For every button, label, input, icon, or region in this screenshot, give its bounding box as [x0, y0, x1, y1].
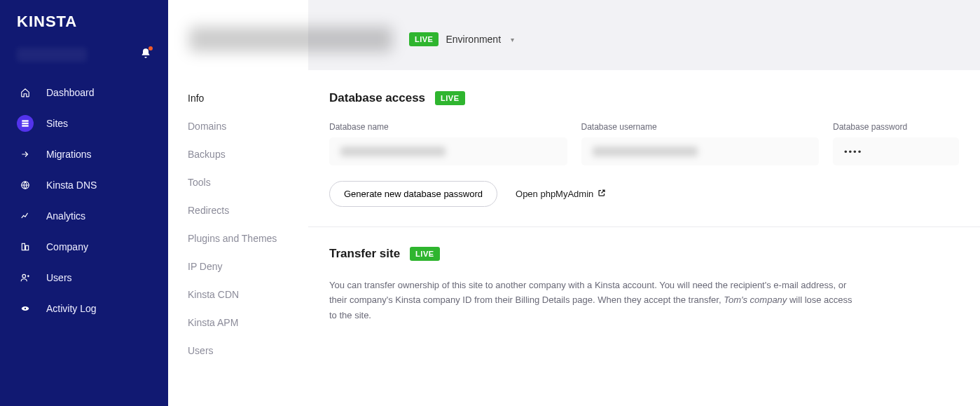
- notifications-icon[interactable]: [140, 48, 151, 62]
- environment-label: Environment: [446, 34, 501, 45]
- nav-sites[interactable]: Sites: [0, 108, 168, 139]
- nav-label: Analytics: [46, 210, 85, 222]
- nav-users[interactable]: Users: [0, 262, 168, 293]
- db-name-value[interactable]: [329, 137, 567, 165]
- db-name-label: Database name: [329, 122, 567, 132]
- main-nav: Dashboard Sites Migrations Kinsta DNS An…: [0, 77, 168, 324]
- db-section-head: Database access LIVE: [329, 91, 959, 105]
- svg-rect-2: [22, 125, 28, 126]
- external-link-icon: [598, 189, 606, 199]
- db-row: Database name Database username Database…: [329, 122, 959, 165]
- site-title-placeholder: [189, 27, 392, 52]
- subnav-users[interactable]: Users: [168, 337, 308, 365]
- nav-label: Users: [46, 272, 72, 283]
- site-subnav: Info Domains Backups Tools Redirects Plu…: [168, 84, 308, 365]
- svg-rect-4: [22, 243, 25, 250]
- transfer-section-head: Transfer site LIVE: [329, 247, 959, 261]
- company-icon: [17, 238, 34, 255]
- subnav-redirects[interactable]: Redirects: [168, 196, 308, 224]
- db-name-field: Database name: [329, 122, 567, 165]
- analytics-icon: [17, 208, 34, 224]
- nav-label: Kinsta DNS: [46, 180, 97, 191]
- nav-label: Activity Log: [46, 303, 97, 314]
- db-password-label: Database password: [833, 122, 959, 132]
- migrations-icon: [17, 146, 34, 163]
- nav-analytics[interactable]: Analytics: [0, 201, 168, 231]
- sites-icon: [17, 115, 34, 132]
- users-icon: [17, 269, 34, 286]
- open-phpmyadmin-label: Open phpMyAdmin: [516, 189, 593, 199]
- db-username-label: Database username: [581, 122, 820, 132]
- nav-label: Dashboard: [46, 87, 95, 98]
- generate-password-button[interactable]: Generate new database password: [329, 181, 497, 207]
- svg-rect-0: [22, 120, 28, 121]
- subnav-plugins[interactable]: Plugins and Themes: [168, 224, 308, 252]
- subnav-backups[interactable]: Backups: [168, 140, 308, 168]
- subnav-domains[interactable]: Domains: [168, 112, 308, 140]
- subnav-apm[interactable]: Kinsta APM: [168, 309, 308, 337]
- user-row: [0, 41, 168, 77]
- nav-label: Sites: [46, 118, 68, 129]
- svg-rect-1: [22, 123, 28, 124]
- nav-company[interactable]: Company: [0, 231, 168, 262]
- dns-icon: [17, 177, 34, 194]
- environment-selector[interactable]: LIVE Environment ▾: [409, 32, 514, 46]
- nav-activity[interactable]: Activity Log: [0, 293, 168, 324]
- transfer-company-name: Tom's company: [724, 295, 787, 305]
- nav-label: Migrations: [46, 149, 92, 160]
- panel: Database access LIVE Database name Datab…: [308, 70, 980, 406]
- nav-dns[interactable]: Kinsta DNS: [0, 170, 168, 201]
- subnav-tools[interactable]: Tools: [168, 168, 308, 196]
- subnav-info[interactable]: Info: [168, 84, 308, 112]
- db-password-value[interactable]: ••••: [833, 137, 959, 165]
- db-username-field: Database username: [581, 122, 820, 165]
- divider: [308, 226, 980, 227]
- db-actions: Generate new database password Open phpM…: [329, 181, 959, 207]
- db-username-value[interactable]: [581, 137, 820, 165]
- subnav-ipdeny[interactable]: IP Deny: [168, 252, 308, 280]
- db-password-field: Database password ••••: [833, 122, 959, 165]
- page-header: LIVE Environment ▾: [189, 6, 535, 69]
- home-icon: [17, 84, 34, 101]
- db-title: Database access: [329, 91, 425, 105]
- live-badge: LIVE: [410, 247, 439, 261]
- svg-rect-5: [26, 245, 29, 250]
- main-sidebar: KINSTA Dashboard Sites Migrations Kinsta…: [0, 0, 168, 406]
- user-name-placeholder: [17, 48, 87, 62]
- transfer-title: Transfer site: [329, 247, 400, 261]
- svg-point-8: [25, 308, 26, 309]
- svg-point-6: [22, 274, 26, 278]
- transfer-description: You can transfer ownership of this site …: [329, 278, 862, 323]
- nav-dashboard[interactable]: Dashboard: [0, 77, 168, 108]
- chevron-down-icon: ▾: [511, 36, 514, 43]
- live-badge: LIVE: [435, 91, 464, 105]
- activity-icon: [17, 300, 34, 317]
- nav-migrations[interactable]: Migrations: [0, 139, 168, 170]
- brand-logo: KINSTA: [0, 13, 168, 41]
- open-phpmyadmin-link[interactable]: Open phpMyAdmin: [516, 189, 606, 199]
- live-badge: LIVE: [409, 32, 439, 46]
- content: LIVE Environment ▾ Database access LIVE …: [308, 0, 980, 406]
- subnav-cdn[interactable]: Kinsta CDN: [168, 280, 308, 309]
- nav-label: Company: [46, 241, 88, 252]
